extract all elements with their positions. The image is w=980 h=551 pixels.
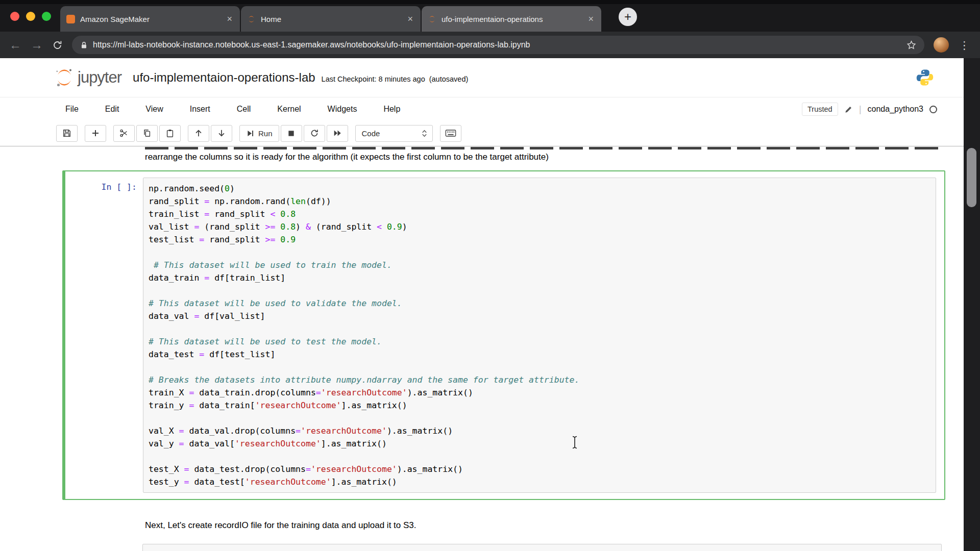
tab-ufo-notebook[interactable]: ufo-implementaion-operations × [422,6,601,32]
cell-prompt: In [ ]: [65,178,143,493]
cut-cell-button[interactable] [113,125,135,142]
reload-icon[interactable] [52,40,63,51]
menu-kernel[interactable]: Kernel [277,105,301,114]
jupyter-wordmark: jupyter [78,68,121,87]
zoom-window-button[interactable] [42,12,51,21]
close-window-button[interactable] [10,12,19,21]
notebook-title[interactable]: ufo-implementaion-operations-lab [133,70,315,85]
minimize-window-button[interactable] [26,12,35,21]
jupyter-logo[interactable]: jupyter [53,66,121,89]
profile-avatar[interactable] [934,37,949,53]
jupyter-logo-icon [53,66,76,89]
browser-tab-bar: Amazon SageMaker × Home × ufo-implementa… [0,0,980,32]
lock-icon [80,41,88,49]
markdown-paragraph-bottom: Next, Let's create recordIO file for the… [145,520,416,531]
trusted-badge[interactable]: Trusted [802,103,838,116]
menu-cell[interactable]: Cell [237,105,251,114]
save-icon [62,129,71,138]
jupyter-icon [428,15,436,23]
code-input-area[interactable]: np.random.seed(0)rand_split = np.random.… [143,178,936,493]
forward-icon[interactable]: → [31,39,43,51]
jupyter-icon [247,15,256,23]
scrollbar-track [964,58,980,551]
text-cursor [571,435,579,449]
menu-insert[interactable]: Insert [190,105,210,114]
arrow-up-icon [194,129,203,138]
browser-navbar: ← → https://ml-labs-notebook-instance.no… [0,32,980,58]
save-button[interactable] [56,125,78,142]
kernel-idle-indicator [929,106,937,113]
tab-title: ufo-implementaion-operations [442,15,581,23]
fast-forward-icon [333,129,342,138]
paste-icon [165,129,175,138]
new-tab-button[interactable]: + [619,8,637,26]
checkpoint-status: Last Checkpoint: 8 minutes ago [322,75,425,83]
sagemaker-icon [66,15,75,23]
back-icon[interactable]: ← [9,39,21,51]
restart-run-all-button[interactable] [327,125,348,142]
copy-cell-button[interactable] [136,125,158,142]
scrollbar-thumb[interactable] [967,148,976,207]
url-text: https://ml-labs-notebook-instance.notebo… [93,40,901,49]
command-palette-button[interactable] [440,125,461,142]
tab-close-icon[interactable]: × [225,14,234,23]
menu-view[interactable]: View [145,105,163,114]
cell-type-select[interactable]: Code [355,125,433,142]
keyboard-icon [445,129,456,138]
autosave-status: (autosaved) [429,75,469,83]
window-controls [10,12,51,21]
tab-title: Amazon SageMaker [80,15,220,23]
tab-amazon-sagemaker[interactable]: Amazon SageMaker × [60,6,240,32]
copy-icon [142,129,152,138]
notebook-header: jupyter ufo-implementaion-operations-lab… [0,58,964,97]
run-cell-button[interactable]: Run [239,125,279,142]
code-lines: np.random.seed(0)rand_split = np.random.… [149,182,930,488]
run-label: Run [258,129,273,138]
run-icon [246,129,255,138]
tab-close-icon[interactable]: × [406,14,414,23]
divider: | [859,104,862,115]
add-cell-button[interactable] [85,125,106,142]
restart-kernel-button[interactable] [304,125,325,142]
notebook-content: rearrange the columns so it is ready for… [0,147,964,551]
refresh-icon [310,129,319,138]
menu-edit[interactable]: Edit [105,105,119,114]
plus-icon [91,129,100,137]
arrow-down-icon [217,129,226,138]
edit-mode-pencil-icon [844,105,853,114]
tab-close-icon[interactable]: × [586,14,595,23]
browser-window: Amazon SageMaker × Home × ufo-implementa… [0,0,980,551]
notebook-menubar: File Edit View Insert Cell Kernel Widget… [0,97,964,120]
notebook-toolbar: Run Code [0,120,964,146]
python-logo-icon [916,68,934,87]
cell-type-value: Code [362,129,380,138]
move-cell-up-button[interactable] [188,125,209,142]
menu-file[interactable]: File [65,105,79,114]
paste-cell-button[interactable] [159,125,181,142]
move-cell-down-button[interactable] [211,125,232,142]
select-arrows-icon [421,130,428,137]
selected-code-cell[interactable]: In [ ]: np.random.seed(0)rand_split = np… [62,170,945,500]
bookmark-star-icon[interactable] [906,40,916,50]
menu-widgets[interactable]: Widgets [328,105,357,114]
next-code-cell-partial[interactable] [142,544,942,551]
menu-help[interactable]: Help [383,105,400,114]
url-bar[interactable]: https://ml-labs-notebook-instance.notebo… [72,36,924,54]
kernel-name: conda_python3 [868,105,923,114]
markdown-paragraph-top: rearrange the columns so it is ready for… [145,152,549,162]
scissors-icon [119,129,129,138]
browser-menu-icon[interactable]: ⋮ [958,40,971,51]
interrupt-kernel-button[interactable] [281,125,302,142]
tab-title: Home [261,15,401,23]
tab-home[interactable]: Home × [241,6,421,32]
clipped-text-line [145,147,944,149]
stop-icon [287,130,295,137]
